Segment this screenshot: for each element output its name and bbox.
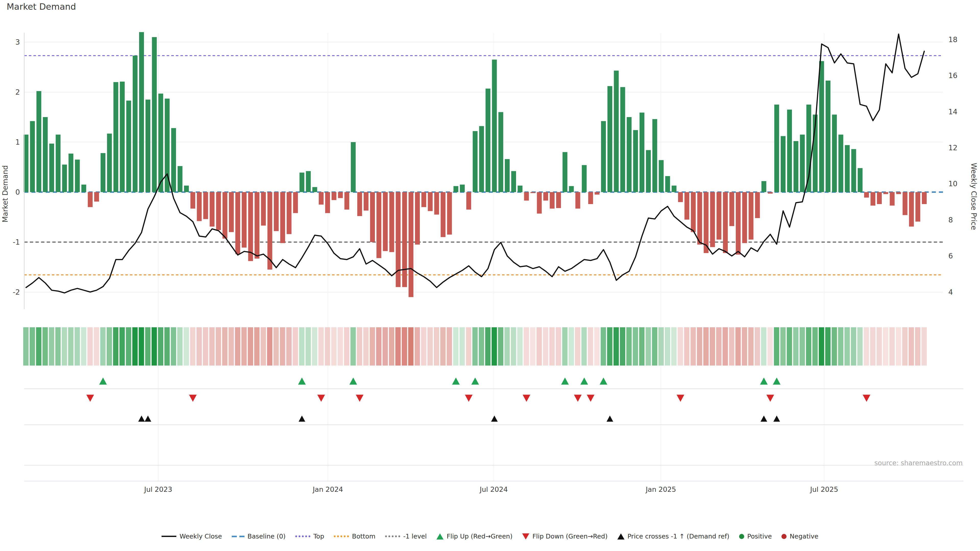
positive-bar	[517, 186, 522, 192]
heatmap-cell	[511, 327, 516, 365]
heatmap-cell	[536, 327, 542, 365]
positive-bar	[75, 160, 80, 192]
heatmap-cell	[851, 327, 856, 365]
legend-label: Flip Up (Red→Green)	[447, 533, 512, 540]
heatmap-cell	[857, 327, 862, 365]
heatmap-cell	[883, 327, 888, 365]
heatmap-cell	[344, 327, 349, 365]
legend-item[interactable]: Price crosses -1 ↑ (Demand ref)	[617, 533, 729, 540]
positive-bar	[627, 117, 632, 192]
negative-bar	[710, 192, 715, 247]
heatmap-cell	[216, 327, 221, 365]
heatmap-cell	[222, 327, 228, 365]
negative-bar	[903, 192, 907, 215]
right-axis-tick: 18	[948, 35, 958, 44]
flip-down-icon	[86, 395, 94, 402]
positive-bar	[633, 130, 638, 192]
negative-bar	[595, 192, 600, 195]
negative-bar	[883, 192, 888, 194]
positive-bar	[807, 105, 811, 192]
legend-item[interactable]: Top	[295, 533, 324, 540]
negative-bar	[396, 192, 401, 287]
heatmap-cell	[877, 327, 882, 365]
negative-bar	[877, 192, 882, 204]
positive-bar	[563, 152, 567, 192]
heatmap-cell	[190, 327, 196, 365]
legend-item[interactable]: Flip Down (Green→Red)	[522, 533, 608, 540]
positive-bar	[351, 142, 356, 192]
heatmap-cell	[504, 327, 510, 365]
negative-bar	[915, 192, 920, 222]
flip-down-icon	[862, 395, 870, 402]
right-axis-tick: 10	[948, 179, 958, 188]
positive-bar	[858, 168, 862, 192]
x-axis-tick: Jul 2023	[144, 486, 172, 493]
heatmap-cell	[697, 327, 702, 365]
negative-bar	[524, 192, 529, 200]
positive-bar	[498, 112, 503, 192]
positive-bar	[107, 134, 112, 192]
legend-item[interactable]: Positive	[739, 533, 772, 540]
flip-down-icon	[523, 395, 530, 402]
heatmap-cell	[819, 327, 824, 365]
heatmap-cell	[767, 327, 773, 365]
positive-bar	[832, 114, 837, 192]
legend-item[interactable]: Flip Up (Red→Green)	[436, 533, 512, 540]
negative-bar	[389, 192, 394, 252]
legend-item[interactable]: -1 level	[385, 533, 427, 540]
heatmap-cell	[646, 327, 651, 365]
negative-bar	[376, 192, 381, 258]
heatmap-cell	[466, 327, 471, 365]
legend-item[interactable]: Baseline (0)	[232, 533, 286, 540]
positive-bar	[781, 136, 786, 192]
heatmap-cell	[350, 327, 356, 365]
heatmap-cell	[23, 327, 29, 365]
heatmap-cell	[209, 327, 215, 365]
heatmap-cell	[601, 327, 606, 365]
heatmap-cell	[594, 327, 600, 365]
heatmap-cell	[806, 327, 811, 365]
negative-bar	[588, 192, 593, 204]
heatmap-cell	[81, 327, 86, 365]
negative-bar	[94, 192, 99, 202]
negative-bar	[543, 192, 548, 200]
heatmap-cell	[793, 327, 799, 365]
heatmap-cell	[549, 327, 555, 365]
legend-item[interactable]: Weekly Close	[162, 533, 222, 540]
legend-item[interactable]: Negative	[781, 533, 818, 540]
legend-label: Top	[313, 533, 324, 540]
flip-up-icon	[580, 378, 588, 385]
negative-bar	[88, 192, 93, 207]
positive-bar	[614, 71, 619, 192]
negative-bar	[736, 192, 741, 254]
left-axis-title: Market Demand	[1, 165, 10, 222]
negative-bar	[691, 192, 696, 232]
heatmap-cell	[665, 327, 670, 365]
flip-down-icon	[356, 395, 363, 402]
legend-item[interactable]: Bottom	[334, 533, 375, 540]
heatmap-cell	[36, 327, 41, 365]
negative-bar	[531, 192, 535, 193]
heatmap-cell	[440, 327, 445, 365]
negative-bar	[370, 192, 375, 242]
positive-bar	[569, 186, 574, 192]
legend-label: Bottom	[352, 533, 375, 540]
flip-down-swatch-icon	[522, 534, 529, 540]
positive-bar	[81, 185, 86, 192]
negative-bar	[248, 192, 253, 261]
right-axis-tick: 14	[948, 108, 958, 116]
positive-bar	[659, 160, 663, 192]
negative-bar	[441, 192, 445, 237]
right-axis-tick: 12	[948, 144, 958, 152]
negative-bar	[383, 192, 388, 251]
positive-bar	[49, 144, 54, 192]
heatmap-cell	[678, 327, 683, 365]
heatmap-cell	[293, 327, 298, 365]
flip-down-icon	[574, 395, 582, 402]
source-credit: source: sharemaestro.com	[874, 459, 963, 467]
heatmap-cell	[402, 327, 407, 365]
positive-bar	[505, 159, 510, 192]
heatmap-cell	[261, 327, 266, 365]
market-demand-chart: 3210-1-21816141210864Jul 2023Jan 2024Jul…	[0, 0, 980, 551]
heatmap-cell	[305, 327, 311, 365]
